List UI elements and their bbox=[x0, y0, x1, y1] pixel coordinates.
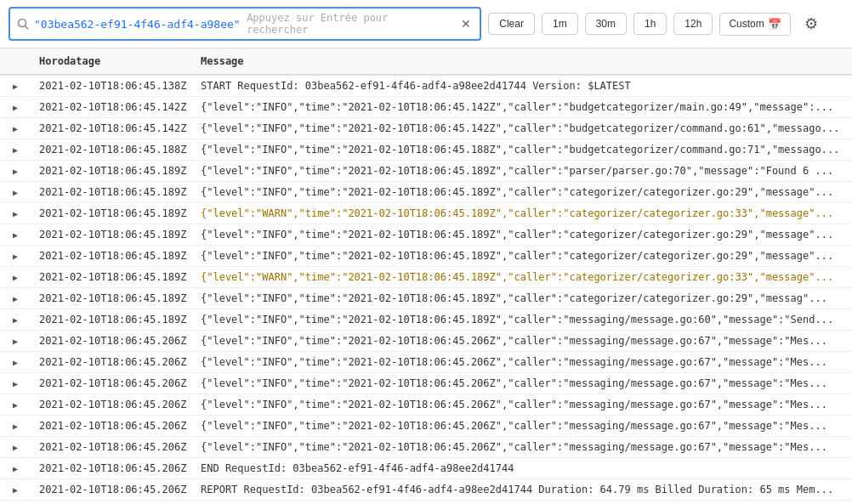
calendar-icon: 📅 bbox=[768, 18, 781, 31]
message-cell: {"level":"INFO","time":"2021-02-10T18:06… bbox=[192, 394, 852, 416]
expand-arrow-icon[interactable]: ▶ bbox=[13, 252, 18, 261]
expand-arrow-icon[interactable]: ▶ bbox=[13, 82, 18, 91]
expand-arrow-icon[interactable]: ▶ bbox=[13, 230, 18, 240]
table-row[interactable]: ▶2021-02-10T18:06:45.189Z{"level":"INFO"… bbox=[0, 246, 852, 267]
table-row[interactable]: ▶2021-02-10T18:06:45.206Z{"level":"INFO"… bbox=[0, 331, 852, 352]
custom-label: Custom bbox=[729, 18, 764, 30]
timestamp-cell: 2021-02-10T18:06:45.206Z bbox=[31, 437, 192, 458]
expand-cell[interactable]: ▶ bbox=[0, 331, 31, 352]
expand-arrow-icon[interactable]: ▶ bbox=[13, 145, 18, 155]
expand-cell[interactable]: ▶ bbox=[0, 139, 31, 161]
timestamp-cell: 2021-02-10T18:06:45.206Z bbox=[31, 352, 192, 373]
expand-arrow-icon[interactable]: ▶ bbox=[13, 188, 18, 197]
message-cell: {"level":"INFO","time":"2021-02-10T18:06… bbox=[192, 118, 852, 139]
expand-cell[interactable]: ▶ bbox=[0, 203, 31, 224]
expand-cell[interactable]: ▶ bbox=[0, 246, 31, 267]
expand-arrow-icon[interactable]: ▶ bbox=[13, 103, 18, 112]
timestamp-cell: 2021-02-10T18:06:45.206Z bbox=[31, 416, 192, 437]
expand-cell[interactable]: ▶ bbox=[0, 458, 31, 479]
table-row[interactable]: ▶2021-02-10T18:06:45.206Z{"level":"INFO"… bbox=[0, 437, 852, 458]
expand-cell[interactable]: ▶ bbox=[0, 97, 31, 118]
expand-cell[interactable]: ▶ bbox=[0, 267, 31, 288]
search-icon bbox=[17, 18, 29, 30]
message-cell: {"level":"WARN","time":"2021-02-10T18:06… bbox=[192, 203, 852, 224]
timestamp-cell: 2021-02-10T18:06:45.188Z bbox=[31, 139, 192, 161]
1h-button[interactable]: 1h bbox=[633, 13, 667, 35]
timestamp-cell: 2021-02-10T18:06:45.189Z bbox=[31, 267, 192, 288]
message-cell: {"level":"INFO","time":"2021-02-10T18:06… bbox=[192, 352, 852, 373]
expand-arrow-icon[interactable]: ▶ bbox=[13, 422, 18, 431]
expand-cell[interactable]: ▶ bbox=[0, 224, 31, 246]
expand-cell[interactable]: ▶ bbox=[0, 394, 31, 416]
table-row[interactable]: ▶2021-02-10T18:06:45.206Z{"level":"INFO"… bbox=[0, 394, 852, 416]
custom-button[interactable]: Custom 📅 bbox=[719, 13, 790, 36]
expand-arrow-icon[interactable]: ▶ bbox=[13, 315, 18, 325]
expand-arrow-icon[interactable]: ▶ bbox=[13, 379, 18, 388]
table-row[interactable]: ▶2021-02-10T18:06:45.189Z{"level":"INFO"… bbox=[0, 288, 852, 309]
expand-cell[interactable]: ▶ bbox=[0, 437, 31, 458]
table-row[interactable]: ▶2021-02-10T18:06:45.206Z{"level":"INFO"… bbox=[0, 352, 852, 373]
expand-arrow-icon[interactable]: ▶ bbox=[13, 485, 18, 495]
timestamp-cell: 2021-02-10T18:06:45.189Z bbox=[31, 182, 192, 203]
table-row[interactable]: ▶2021-02-10T18:06:45.189Z{"level":"INFO"… bbox=[0, 182, 852, 203]
message-cell: {"level":"INFO","time":"2021-02-10T18:06… bbox=[192, 309, 852, 331]
timestamp-cell: 2021-02-10T18:06:45.189Z bbox=[31, 309, 192, 331]
table-row[interactable]: ▶2021-02-10T18:06:45.206ZEND RequestId: … bbox=[0, 458, 852, 479]
message-cell: {"level":"WARN","time":"2021-02-10T18:06… bbox=[192, 267, 852, 288]
message-cell: REPORT RequestId: 03bea562-ef91-4f46-adf… bbox=[192, 479, 852, 501]
table-row[interactable]: ▶2021-02-10T18:06:45.206ZREPORT RequestI… bbox=[0, 479, 852, 501]
table-row[interactable]: ▶2021-02-10T18:06:45.206Z{"level":"INFO"… bbox=[0, 373, 852, 394]
message-cell: {"level":"INFO","time":"2021-02-10T18:06… bbox=[192, 331, 852, 352]
expand-arrow-icon[interactable]: ▶ bbox=[13, 294, 18, 303]
30m-button[interactable]: 30m bbox=[585, 13, 627, 35]
expand-cell[interactable]: ▶ bbox=[0, 75, 31, 97]
message-cell: {"level":"INFO","time":"2021-02-10T18:06… bbox=[192, 182, 852, 203]
table-row[interactable]: ▶2021-02-10T18:06:45.189Z{"level":"INFO"… bbox=[0, 309, 852, 331]
clear-button[interactable]: Clear bbox=[488, 13, 535, 35]
message-cell: {"level":"INFO","time":"2021-02-10T18:06… bbox=[192, 161, 852, 182]
col-header-expand bbox=[0, 48, 31, 75]
message-cell: END RequestId: 03bea562-ef91-4f46-adf4-a… bbox=[192, 458, 852, 479]
expand-arrow-icon[interactable]: ▶ bbox=[13, 209, 18, 218]
message-cell: {"level":"INFO","time":"2021-02-10T18:06… bbox=[192, 437, 852, 458]
settings-button[interactable]: ⚙ bbox=[801, 13, 821, 35]
table-row[interactable]: ▶2021-02-10T18:06:45.188Z{"level":"INFO"… bbox=[0, 139, 852, 161]
table-row[interactable]: ▶2021-02-10T18:06:45.189Z{"level":"INFO"… bbox=[0, 161, 852, 182]
expand-cell[interactable]: ▶ bbox=[0, 288, 31, 309]
expand-arrow-icon[interactable]: ▶ bbox=[13, 443, 18, 452]
expand-cell[interactable]: ▶ bbox=[0, 479, 31, 501]
expand-cell[interactable]: ▶ bbox=[0, 416, 31, 437]
1m-button[interactable]: 1m bbox=[542, 13, 578, 35]
search-value: "03bea562-ef91-4f46-adf4-a98ee" bbox=[34, 18, 241, 31]
expand-arrow-icon[interactable]: ▶ bbox=[13, 400, 18, 410]
expand-cell[interactable]: ▶ bbox=[0, 352, 31, 373]
expand-arrow-icon[interactable]: ▶ bbox=[13, 337, 18, 346]
table-row[interactable]: ▶2021-02-10T18:06:45.142Z{"level":"INFO"… bbox=[0, 97, 852, 118]
expand-arrow-icon[interactable]: ▶ bbox=[13, 273, 18, 282]
table-row[interactable]: ▶2021-02-10T18:06:45.189Z{"level":"INFO"… bbox=[0, 224, 852, 246]
expand-arrow-icon[interactable]: ▶ bbox=[13, 464, 18, 473]
message-cell: {"level":"INFO","time":"2021-02-10T18:06… bbox=[192, 373, 852, 394]
timestamp-cell: 2021-02-10T18:06:45.189Z bbox=[31, 288, 192, 309]
expand-cell[interactable]: ▶ bbox=[0, 182, 31, 203]
expand-arrow-icon[interactable]: ▶ bbox=[13, 358, 18, 367]
table-row[interactable]: ▶2021-02-10T18:06:45.206Z{"level":"INFO"… bbox=[0, 416, 852, 437]
timestamp-cell: 2021-02-10T18:06:45.206Z bbox=[31, 479, 192, 501]
table-header-row: Horodatage Message bbox=[0, 48, 852, 75]
expand-arrow-icon[interactable]: ▶ bbox=[13, 167, 18, 176]
timestamp-cell: 2021-02-10T18:06:45.206Z bbox=[31, 373, 192, 394]
col-header-timestamp: Horodatage bbox=[31, 48, 192, 75]
table-row[interactable]: ▶2021-02-10T18:06:45.189Z{"level":"WARN"… bbox=[0, 267, 852, 288]
timestamp-cell: 2021-02-10T18:06:45.206Z bbox=[31, 394, 192, 416]
table-row[interactable]: ▶2021-02-10T18:06:45.189Z{"level":"WARN"… bbox=[0, 203, 852, 224]
table-row[interactable]: ▶2021-02-10T18:06:45.138ZSTART RequestId… bbox=[0, 75, 852, 97]
message-cell: START RequestId: 03bea562-ef91-4f46-adf4… bbox=[192, 75, 852, 97]
expand-cell[interactable]: ▶ bbox=[0, 373, 31, 394]
expand-cell[interactable]: ▶ bbox=[0, 118, 31, 139]
12h-button[interactable]: 12h bbox=[673, 13, 713, 35]
expand-cell[interactable]: ▶ bbox=[0, 161, 31, 182]
table-row[interactable]: ▶2021-02-10T18:06:45.142Z{"level":"INFO"… bbox=[0, 118, 852, 139]
clear-search-icon[interactable]: ✕ bbox=[459, 17, 473, 31]
expand-cell[interactable]: ▶ bbox=[0, 309, 31, 331]
expand-arrow-icon[interactable]: ▶ bbox=[13, 124, 18, 133]
